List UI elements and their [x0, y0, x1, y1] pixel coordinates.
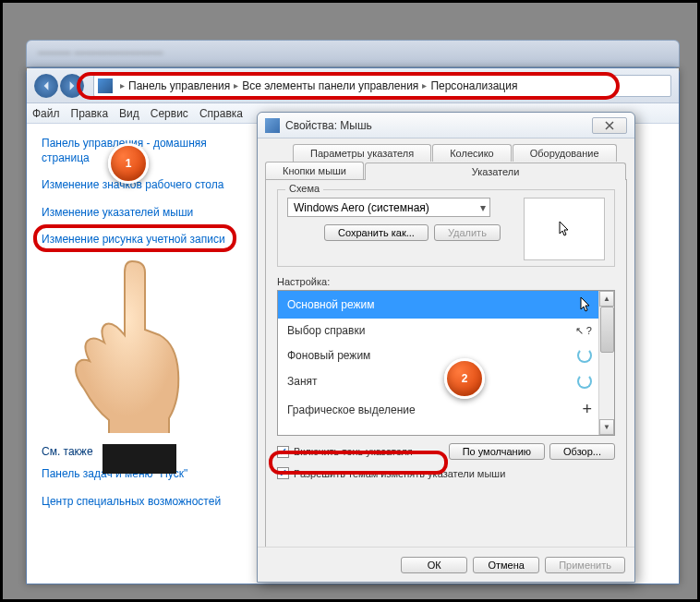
tab-pointer-options[interactable]: Параметры указателя [293, 144, 431, 162]
annotation-badge-2: 2 [444, 358, 485, 399]
list-item-label: Фоновый режим [287, 349, 370, 362]
cursor-icon [579, 296, 592, 313]
breadcrumb[interactable]: ▸ Панель управления ▸ Все элементы панел… [93, 75, 671, 97]
sidebar-link-desktop-icons[interactable]: Изменение значков рабочего стола [42, 178, 238, 193]
crumb-personalization[interactable]: Персонализация [430, 79, 517, 92]
cancel-button[interactable]: Отмена [473, 557, 539, 573]
scroll-thumb[interactable] [600, 307, 614, 353]
crumb-control-panel[interactable]: Панель управления [128, 79, 230, 92]
cursor-icon [558, 221, 571, 237]
busy-cursor-icon [577, 374, 592, 389]
scheme-combo[interactable]: Windows Aero (системная) [287, 198, 490, 217]
breadcrumb-icon [98, 78, 113, 93]
sidebar-link-mouse-pointers[interactable]: Изменение указателей мыши [42, 206, 238, 221]
chevron-right-icon: ▸ [422, 80, 427, 90]
menu-file[interactable]: Файл [32, 107, 60, 120]
menu-help[interactable]: Справка [199, 107, 243, 120]
sidebar-link-account-picture[interactable]: Изменение рисунка учетной записи [42, 233, 238, 247]
dialog-title: Свойства: Мышь [285, 119, 592, 132]
help-cursor-icon: ↖ ? [575, 325, 592, 337]
back-button[interactable] [34, 74, 58, 98]
tab-hardware[interactable]: Оборудование [513, 144, 617, 162]
dialog-footer: ОК Отмена Применить [258, 547, 634, 582]
tab-pointers[interactable]: Указатели [365, 163, 626, 180]
dialog-titlebar[interactable]: Свойства: Мышь [258, 113, 634, 138]
menu-view[interactable]: Вид [119, 107, 139, 120]
cursor-preview [524, 198, 605, 260]
crumb-all-items[interactable]: Все элементы панели управления [242, 79, 418, 92]
titlebar-text: ——— ———————— [27, 41, 679, 65]
apply-button[interactable]: Применить [545, 557, 625, 573]
list-item-label: Выбор справки [287, 324, 365, 337]
close-button[interactable] [592, 117, 627, 134]
see-also-title: См. также [42, 445, 238, 458]
tab-buttons[interactable]: Кнопки мыши [265, 162, 364, 179]
nav-bar: ▸ Панель управления ▸ Все элементы панел… [27, 68, 679, 103]
scroll-down-button[interactable]: ▼ [599, 419, 614, 435]
delete-button[interactable]: Удалить [434, 224, 501, 241]
list-item-help[interactable]: Выбор справки ↖ ? [278, 319, 614, 343]
mouse-properties-dialog: Свойства: Мышь Параметры указателя Колес… [257, 112, 635, 583]
mouse-icon [265, 118, 280, 133]
list-item-background[interactable]: Фоновый режим [278, 343, 614, 368]
working-cursor-icon [577, 348, 592, 363]
ok-button[interactable]: ОК [401, 557, 467, 573]
chevron-right-icon: ▸ [234, 80, 238, 90]
list-item-label: Основной режим [287, 298, 375, 311]
window-titlebar: ——— ———————— [26, 40, 680, 67]
menu-tools[interactable]: Сервис [151, 107, 188, 120]
save-as-button[interactable]: Сохранить как... [324, 224, 428, 241]
precision-cursor-icon: + [582, 400, 592, 419]
list-item-label: Графическое выделение [287, 403, 416, 416]
allow-themes-checkbox[interactable] [277, 467, 289, 479]
list-item-label: Занят [287, 375, 318, 388]
browse-button[interactable]: Обзор... [549, 443, 615, 460]
allow-themes-label: Разрешить темам изменять указатели мыши [294, 468, 505, 479]
shadow-checkbox[interactable] [277, 446, 289, 458]
close-icon [605, 121, 614, 130]
scheme-label: Схема [285, 183, 323, 194]
forward-button[interactable] [60, 74, 84, 98]
sidebar-link-accessibility[interactable]: Центр специальных возможностей [42, 495, 238, 510]
list-item-precision[interactable]: Графическое выделение + [278, 394, 614, 425]
scheme-fieldset: Схема Windows Aero (системная) Сохранить… [277, 189, 615, 267]
scrollbar[interactable]: ▲ ▼ [598, 291, 614, 435]
sidebar-link-taskbar[interactable]: Панель задач и меню "Пуск" [42, 467, 238, 482]
menu-edit[interactable]: Правка [71, 107, 109, 120]
tab-wheel[interactable]: Колесико [432, 144, 512, 162]
sidebar: Панель управления - домашняя страница Из… [27, 124, 253, 584]
shadow-label: Включить тень указателя [294, 446, 413, 457]
list-item-normal[interactable]: Основной режим [278, 291, 614, 319]
annotation-badge-1: 1 [108, 143, 149, 184]
cursor-listbox[interactable]: Основной режим Выбор справки ↖ ? Фоновый… [277, 290, 615, 436]
scheme-value: Windows Aero (системная) [294, 201, 429, 214]
list-label: Настройка: [277, 276, 615, 287]
scroll-up-button[interactable]: ▲ [599, 291, 614, 307]
chevron-right-icon: ▸ [120, 80, 125, 90]
defaults-button[interactable]: По умолчанию [449, 443, 545, 460]
